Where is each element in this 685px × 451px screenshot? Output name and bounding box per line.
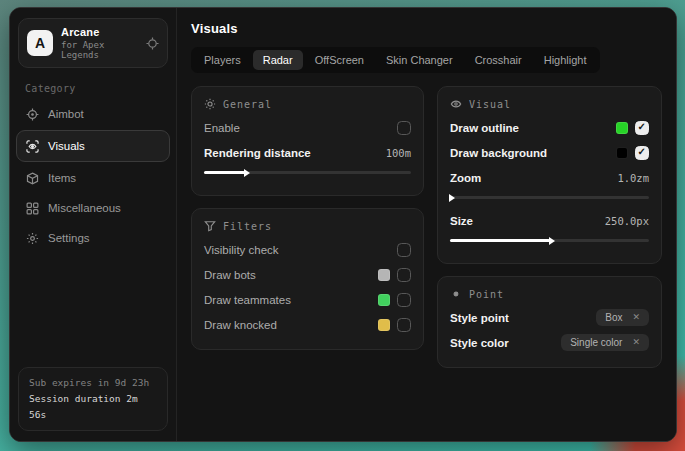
zoom-label: Zoom <box>450 172 481 184</box>
draw-teammates-label: Draw teammates <box>204 294 291 306</box>
slider-fill <box>450 239 550 242</box>
draw-background-label: Draw background <box>450 147 547 159</box>
app-name: Arcane <box>61 26 138 38</box>
style-color-label: Style color <box>450 337 509 349</box>
group-title: Point <box>469 289 504 300</box>
draw-outline-row: Draw outline <box>450 115 649 140</box>
close-icon[interactable]: ✕ <box>632 338 640 347</box>
style-point-chip-value: Box <box>605 312 622 323</box>
session-info-card: Sub expires in 9d 23h Session duration 2… <box>18 367 168 431</box>
tab-highlight[interactable]: Highlight <box>534 50 597 70</box>
point-dot-icon <box>450 288 462 300</box>
draw-knocked-color-swatch[interactable] <box>378 319 390 331</box>
draw-background-color-swatch[interactable] <box>616 147 628 159</box>
draw-bots-label: Draw bots <box>204 269 256 281</box>
sidebar-item-visuals[interactable]: Visuals <box>16 130 170 162</box>
rendering-distance-slider[interactable] <box>204 168 411 177</box>
group-title: Filters <box>223 221 272 232</box>
draw-bots-checkbox[interactable] <box>397 268 411 282</box>
sub-expires-text: Sub expires in 9d 23h <box>29 375 157 391</box>
visibility-check-label: Visibility check <box>204 244 279 256</box>
draw-knocked-row: Draw knocked <box>204 312 411 337</box>
slider-fill <box>204 171 245 174</box>
size-slider[interactable] <box>450 236 649 245</box>
zoom-value: 1.0zm <box>617 172 649 184</box>
sidebar-item-items[interactable]: Items <box>16 164 170 192</box>
main-panel: Visuals Players Radar OffScreen Skin Cha… <box>177 8 676 441</box>
package-icon <box>26 172 39 185</box>
category-label: Category <box>25 83 176 94</box>
session-duration-text: Session duration 2m 56s <box>29 391 157 423</box>
zoom-row: Zoom 1.0zm <box>450 165 649 190</box>
rendering-distance-value: 100m <box>386 147 411 159</box>
visibility-check-row: Visibility check <box>204 237 411 262</box>
visuals-tabbar: Players Radar OffScreen Skin Changer Cro… <box>191 47 600 73</box>
filters-card: Filters Visibility check Draw bots <box>191 208 424 350</box>
gear-icon <box>26 232 39 245</box>
sidebar-item-label: Settings <box>48 232 90 244</box>
close-icon[interactable]: ✕ <box>632 313 640 322</box>
draw-knocked-checkbox[interactable] <box>397 318 411 332</box>
app-logo: A <box>27 30 53 56</box>
sun-gear-icon <box>204 98 216 110</box>
eye-icon <box>450 98 462 110</box>
sidebar-nav: Aimbot Visuals Items <box>10 99 176 253</box>
group-title: Visual <box>469 99 511 110</box>
sidebar-item-label: Visuals <box>48 140 85 152</box>
draw-knocked-label: Draw knocked <box>204 319 277 331</box>
draw-outline-color-swatch[interactable] <box>616 122 628 134</box>
draw-background-checkbox[interactable] <box>635 146 649 160</box>
app-header-card: A Arcane for Apex Legends <box>18 18 168 68</box>
tab-players[interactable]: Players <box>194 50 251 70</box>
draw-background-row: Draw background <box>450 140 649 165</box>
funnel-icon <box>204 220 216 232</box>
page-title: Visuals <box>191 21 662 36</box>
style-point-label: Style point <box>450 312 509 324</box>
size-value: 250.0px <box>605 215 649 227</box>
enable-row: Enable <box>204 115 411 140</box>
style-color-chip[interactable]: Single color ✕ <box>561 334 649 351</box>
style-color-row: Style color Single color ✕ <box>450 330 649 355</box>
tab-radar[interactable]: Radar <box>253 50 303 70</box>
group-title: General <box>223 99 272 110</box>
size-row: Size 250.0px <box>450 208 649 233</box>
app-window: A Arcane for Apex Legends Category <box>9 7 677 442</box>
draw-bots-color-swatch[interactable] <box>378 269 390 281</box>
tab-crosshair[interactable]: Crosshair <box>465 50 532 70</box>
size-label: Size <box>450 215 473 227</box>
rendering-distance-label: Rendering distance <box>204 147 311 159</box>
draw-bots-row: Draw bots <box>204 262 411 287</box>
sidebar-item-miscellaneous[interactable]: Miscellaneous <box>16 194 170 222</box>
visibility-check-checkbox[interactable] <box>397 243 411 257</box>
style-point-chip[interactable]: Box ✕ <box>596 309 649 326</box>
sidebar-item-label: Aimbot <box>48 108 84 120</box>
draw-teammates-checkbox[interactable] <box>397 293 411 307</box>
point-card: Point Style point Box ✕ Style color Sing… <box>437 276 662 368</box>
sidebar-item-settings[interactable]: Settings <box>16 224 170 252</box>
draw-outline-label: Draw outline <box>450 122 519 134</box>
tab-offscreen[interactable]: OffScreen <box>305 50 374 70</box>
crosshair-icon <box>26 108 39 121</box>
rendering-distance-row: Rendering distance 100m <box>204 140 411 165</box>
draw-teammates-color-swatch[interactable] <box>378 294 390 306</box>
tab-skin-changer[interactable]: Skin Changer <box>376 50 463 70</box>
style-point-row: Style point Box ✕ <box>450 305 649 330</box>
target-icon[interactable] <box>146 37 159 50</box>
general-card: General Enable Rendering distance 100m <box>191 86 424 196</box>
sidebar-item-label: Items <box>48 172 76 184</box>
style-color-chip-value: Single color <box>570 337 622 348</box>
draw-teammates-row: Draw teammates <box>204 287 411 312</box>
zoom-slider[interactable] <box>450 193 649 202</box>
sidebar-item-aimbot[interactable]: Aimbot <box>16 100 170 128</box>
enable-label: Enable <box>204 122 240 134</box>
app-subtitle: for Apex Legends <box>61 40 138 60</box>
enable-checkbox[interactable] <box>397 121 411 135</box>
layout-grid-icon <box>26 202 39 215</box>
scan-eye-icon <box>26 140 39 153</box>
visual-card: Visual Draw outline Draw background <box>437 86 662 264</box>
draw-outline-checkbox[interactable] <box>635 121 649 135</box>
sidebar-item-label: Miscellaneous <box>48 202 121 214</box>
sidebar: A Arcane for Apex Legends Category <box>10 8 177 441</box>
